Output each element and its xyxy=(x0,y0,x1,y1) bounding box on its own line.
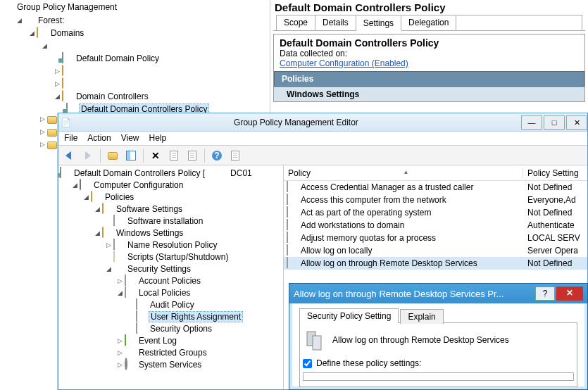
delete-button[interactable]: ✕ xyxy=(147,148,164,163)
domain-node[interactable]: ◢ xyxy=(3,39,270,52)
ou-domain-controllers[interactable]: ◢ Domain Controllers xyxy=(3,90,270,103)
close-button[interactable]: ✕ xyxy=(566,115,587,130)
tab-explain[interactable]: Explain xyxy=(400,309,443,324)
node-label: Software installation xyxy=(126,216,204,226)
refresh-button[interactable] xyxy=(227,148,244,163)
expand-icon[interactable]: ◢ xyxy=(116,289,123,296)
computer-configuration-node[interactable]: ◢Computer Configuration xyxy=(60,179,282,191)
software-installation-node[interactable]: Software installation xyxy=(60,215,282,227)
policy-row[interactable]: Adjust memory quotas for a processLOCAL … xyxy=(284,232,587,244)
ou-node[interactable]: ▷ xyxy=(3,77,270,90)
define-policy-checkbox[interactable] xyxy=(303,359,312,368)
maximize-button[interactable]: □ xyxy=(544,115,565,130)
people-icon xyxy=(125,347,136,358)
system-services-node[interactable]: ▷System Services xyxy=(60,358,282,370)
folder-icon xyxy=(102,203,113,215)
restricted-groups-node[interactable]: ▷Restricted Groups xyxy=(60,346,282,358)
policy-icon xyxy=(125,287,136,298)
menu-action[interactable]: Action xyxy=(87,133,111,144)
tab-delegation[interactable]: Delegation xyxy=(401,15,456,30)
gpme-titlebar[interactable]: 📄 Group Policy Management Editor — □ ✕ xyxy=(58,113,587,132)
expand-icon[interactable]: ◢ xyxy=(82,194,89,201)
column-policy-setting[interactable]: Policy Setting xyxy=(523,168,587,178)
expand-icon[interactable]: ▷ xyxy=(116,361,123,368)
expand-icon[interactable]: ▷ xyxy=(116,349,123,356)
gpme-tree: Default Domain Controllers Policy [ DC01… xyxy=(58,165,284,389)
close-button[interactable]: ✕ xyxy=(556,287,583,301)
windows-settings-node[interactable]: ◢Windows Settings xyxy=(60,227,282,239)
define-policy-label: Define these policy settings: xyxy=(316,358,421,368)
ou-node[interactable]: ▷ xyxy=(3,65,270,77)
expand-icon[interactable]: ◢ xyxy=(105,265,112,272)
security-settings-node[interactable]: ◢Security Settings xyxy=(60,263,282,275)
expand-icon[interactable]: ▷ xyxy=(39,128,46,135)
name-resolution-node[interactable]: ▷Name Resolution Policy xyxy=(60,239,282,251)
menu-file[interactable]: File xyxy=(64,133,77,144)
node-label: Audit Policy xyxy=(149,300,196,310)
domains-node[interactable]: ◢ Domains xyxy=(3,27,270,39)
policy-row[interactable]: Access Credential Manager as a trusted c… xyxy=(284,181,587,194)
users-list-box[interactable] xyxy=(303,372,574,381)
expand-icon[interactable]: ▷ xyxy=(116,277,123,284)
local-policies-node[interactable]: ◢Local Policies xyxy=(60,287,282,298)
properties-button[interactable] xyxy=(165,148,182,163)
scripts-node[interactable]: Scripts (Startup/Shutdown) xyxy=(60,251,282,263)
menu-view[interactable]: View xyxy=(121,133,139,144)
expand-icon[interactable]: ▷ xyxy=(39,115,46,122)
forest-node[interactable]: ◢ Forest: xyxy=(3,14,270,27)
show-hide-tree-button[interactable] xyxy=(123,148,139,163)
node-label: Account Policies xyxy=(137,276,202,286)
help-button[interactable]: ? xyxy=(208,148,225,163)
forward-button[interactable] xyxy=(80,148,96,163)
gpo-root-node[interactable]: Default Domain Controllers Policy [ DC01 xyxy=(60,167,282,179)
tab-security-policy-setting[interactable]: Security Policy Setting xyxy=(299,308,399,323)
detail-tabs: Scope Details Settings Delegation xyxy=(276,15,582,30)
domains-icon xyxy=(37,27,48,39)
policy-row[interactable]: Access this computer from the networkEve… xyxy=(284,194,587,206)
software-settings-node[interactable]: ◢Software Settings xyxy=(60,203,282,215)
policy-item-icon xyxy=(287,220,298,231)
policy-icon xyxy=(136,311,147,322)
expand-icon[interactable]: ◢ xyxy=(41,42,48,49)
tab-scope[interactable]: Scope xyxy=(277,15,315,30)
policies-header[interactable]: Policies xyxy=(274,71,584,87)
expand-icon[interactable]: ◢ xyxy=(94,229,101,237)
gpo-link-default-domain[interactable]: Default Domain Policy xyxy=(3,52,270,65)
expand-icon[interactable]: ◢ xyxy=(71,182,78,189)
policy-row[interactable]: Act as part of the operating systemNot D… xyxy=(284,206,587,219)
column-policy[interactable]: Policy▲ xyxy=(284,168,523,178)
expand-icon[interactable]: ▷ xyxy=(39,141,46,148)
windows-settings-header[interactable]: Windows Settings xyxy=(274,87,584,101)
back-button[interactable] xyxy=(61,148,78,163)
user-rights-assignment-node[interactable]: User Rights Assignment xyxy=(60,310,282,322)
policies-node[interactable]: ◢Policies xyxy=(60,191,282,203)
minimize-button[interactable]: — xyxy=(521,115,542,130)
node-label: Scripts (Startup/Shutdown) xyxy=(126,252,230,262)
item-label: Default Domain Policy xyxy=(75,54,161,63)
expand-icon[interactable]: ◢ xyxy=(28,30,35,37)
up-button[interactable] xyxy=(104,148,121,163)
help-button[interactable]: ? xyxy=(535,287,555,301)
audit-policy-node[interactable]: Audit Policy xyxy=(60,298,282,310)
computer-config-link[interactable]: Computer Configuration (Enabled) xyxy=(280,58,579,68)
export-button[interactable] xyxy=(184,148,201,163)
tab-settings[interactable]: Settings xyxy=(356,16,401,31)
expand-icon[interactable]: ◢ xyxy=(94,206,101,213)
expand-icon[interactable]: ▷ xyxy=(54,68,61,75)
policy-row[interactable]: Allow log on locallyServer Opera xyxy=(284,244,587,257)
security-options-node[interactable]: Security Options xyxy=(60,322,282,334)
expand-icon[interactable]: ▷ xyxy=(54,80,61,87)
dialog-titlebar[interactable]: Allow log on through Remote Desktop Serv… xyxy=(289,284,587,303)
account-policies-node[interactable]: ▷Account Policies xyxy=(60,275,282,287)
policy-row[interactable]: Add workstations to domainAuthenticate xyxy=(284,219,587,232)
policy-name: Act as part of the operating system xyxy=(301,208,431,218)
policy-item-icon xyxy=(287,258,298,269)
policy-row[interactable]: Allow log on through Remote Desktop Serv… xyxy=(284,257,587,270)
expand-icon[interactable]: ▷ xyxy=(105,241,112,249)
event-log-node[interactable]: ▷Event Log xyxy=(60,334,282,346)
expand-icon[interactable]: ◢ xyxy=(54,93,61,100)
expand-icon[interactable]: ◢ xyxy=(15,17,23,24)
expand-icon[interactable]: ▷ xyxy=(116,337,123,344)
menu-help[interactable]: Help xyxy=(149,133,167,144)
tab-details[interactable]: Details xyxy=(315,15,356,30)
